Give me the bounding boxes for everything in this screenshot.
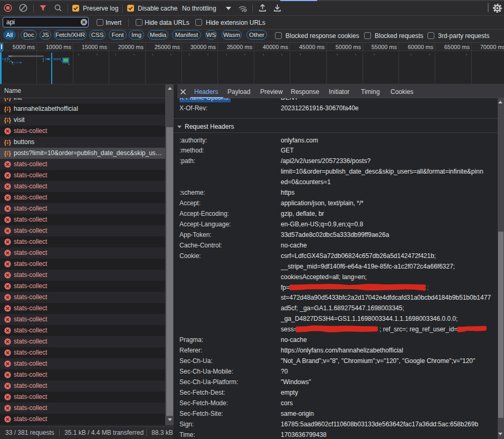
svg-text:{: { — [4, 139, 7, 146]
svg-text:}: } — [8, 139, 11, 146]
svg-text:{: { — [4, 150, 7, 157]
svg-text:}: } — [8, 150, 11, 157]
svg-text:{: { — [4, 106, 7, 112]
svg-text:}: } — [8, 117, 11, 123]
svg-text:}: } — [8, 106, 11, 112]
svg-text:{: { — [4, 98, 7, 101]
svg-text:{: { — [4, 117, 7, 123]
svg-text:}: } — [8, 98, 11, 101]
